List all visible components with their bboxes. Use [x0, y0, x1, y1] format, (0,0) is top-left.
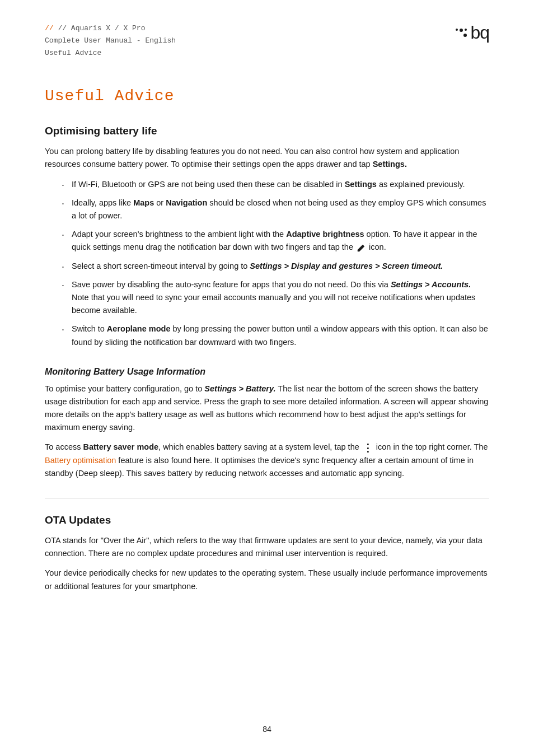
section-divider [45, 498, 489, 498]
list-item: Adapt your screen's brightness to the am… [62, 228, 489, 254]
battery-optimisation-link: Battery optimisation [45, 456, 116, 465]
page-header: // // Aquaris X / X Pro Complete User Ma… [45, 22, 489, 59]
pencil-icon [357, 244, 366, 253]
breadcrumb-line3: Useful Advice [45, 49, 101, 57]
battery-intro: You can prolong battery life by disablin… [45, 145, 489, 171]
list-item: Ideally, apps like Maps or Navigation sh… [62, 197, 489, 222]
monitoring-p1: To optimise your battery configuration, … [45, 382, 489, 435]
breadcrumb-line1: // Aquaris X / X Pro [58, 24, 145, 32]
page-footer: 84 [0, 725, 534, 734]
ota-p2: Your device periodically checks for new … [45, 567, 489, 592]
list-item: Select a short screen-timeout interval b… [62, 260, 489, 273]
battery-section-title: Optimising battery life [45, 125, 489, 137]
section-battery: Optimising battery life You can prolong … [45, 125, 489, 348]
three-dot-menu-icon: ⋮ [363, 443, 373, 453]
ota-section-title: OTA Updates [45, 514, 489, 526]
logo-dot [465, 29, 467, 31]
breadcrumb-line2: Complete User Manual - English [45, 36, 176, 45]
battery-bullet-list: If Wi-Fi, Bluetooth or GPS are not being… [62, 178, 489, 349]
comment-slash: // [45, 24, 54, 32]
page-number: 84 [263, 725, 271, 734]
list-item: If Wi-Fi, Bluetooth or GPS are not being… [62, 178, 489, 191]
logo-text: bq [470, 22, 489, 43]
breadcrumb: // // Aquaris X / X Pro Complete User Ma… [45, 22, 176, 59]
list-item: Switch to Aeroplane mode by long pressin… [62, 323, 489, 348]
logo-dots [456, 29, 467, 37]
page: // // Aquaris X / X Pro Complete User Ma… [0, 0, 534, 756]
logo-dot [463, 34, 467, 37]
monitoring-section-title: Monitoring Battery Usage Information [45, 367, 489, 377]
monitoring-p2: To access Battery saver mode, which enab… [45, 441, 489, 480]
list-item: Save power by disabling the auto-sync fe… [62, 278, 489, 318]
section-monitoring: Monitoring Battery Usage Information To … [45, 367, 489, 480]
section-ota: OTA Updates OTA stands for "Over the Air… [45, 514, 489, 593]
logo-dot [460, 29, 463, 32]
logo-dot [456, 29, 458, 31]
ota-p1: OTA stands for "Over the Air", which ref… [45, 534, 489, 560]
page-title: Useful Advice [45, 87, 489, 105]
bq-logo: bq [456, 22, 489, 43]
